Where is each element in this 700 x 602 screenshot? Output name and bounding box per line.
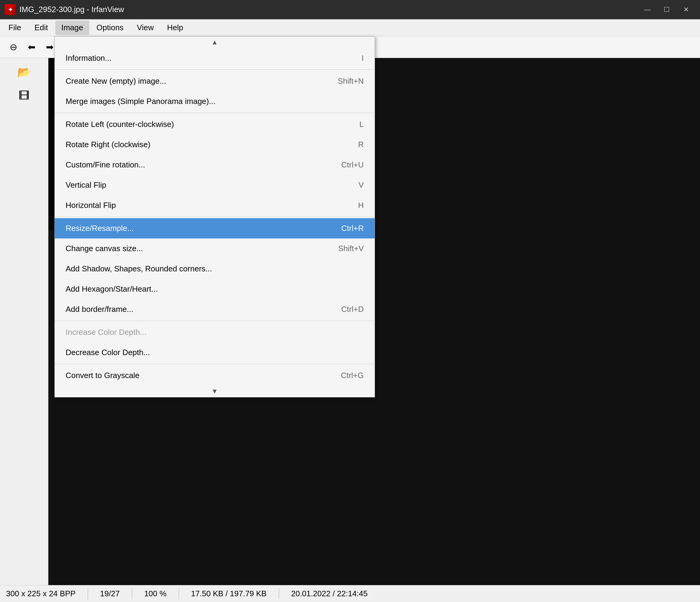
close-button[interactable]: ✕ [677, 3, 695, 16]
menu-item-change-canvas-shortcut: Shift+V [338, 244, 364, 253]
menu-item-change-canvas-label: Change canvas size... [66, 244, 143, 253]
menu-item-create-new[interactable]: Create New (empty) image... Shift+N [55, 71, 375, 91]
menu-item-vertical-flip[interactable]: Vertical Flip V [55, 175, 375, 195]
separator-2 [55, 113, 375, 113]
menu-item-increase-color-label: Increase Color Depth... [66, 328, 146, 337]
menu-item-decrease-color-depth[interactable]: Decrease Color Depth... [55, 342, 375, 363]
separator-4 [55, 321, 375, 321]
menu-item-horizontal-flip-shortcut: H [358, 201, 364, 210]
menu-item-create-new-label: Create New (empty) image... [66, 76, 166, 86]
menu-item-merge-label: Merge images (Simple Panorama image)... [66, 97, 216, 106]
menu-item-increase-color-depth: Increase Color Depth... [55, 322, 375, 342]
menu-item-horizontal-flip-label: Horizontal Flip [66, 201, 116, 210]
menu-item-rotate-right-shortcut: R [358, 140, 364, 149]
menu-item-custom-rotation[interactable]: Custom/Fine rotation... Ctrl+U [55, 155, 375, 175]
minimize-button[interactable]: — [638, 3, 656, 16]
menu-item-rotate-right-label: Rotate Right (clockwise) [66, 140, 150, 149]
menu-item-create-new-shortcut: Shift+N [338, 76, 364, 86]
status-sep-4 [279, 588, 279, 599]
menu-item-add-border-label: Add border/frame... [66, 305, 133, 314]
menu-item-add-shadow[interactable]: Add Shadow, Shapes, Rounded corners... [55, 259, 375, 279]
sidebar: 📂 🎞 [0, 58, 48, 585]
status-position: 19/27 [100, 589, 120, 598]
app-icon: ✦ [5, 4, 16, 15]
title-bar-left: ✦ IMG_2952-300.jpg - IrfanView [5, 4, 124, 15]
menu-item-convert-grayscale-label: Convert to Grayscale [66, 371, 140, 380]
menu-item-resize-shortcut: Ctrl+R [341, 224, 364, 233]
title-bar: ✦ IMG_2952-300.jpg - IrfanView — ☐ ✕ [0, 0, 700, 19]
menu-item-rotate-left-shortcut: L [359, 120, 364, 129]
menu-item-horizontal-flip[interactable]: Horizontal Flip H [55, 195, 375, 215]
menu-item-add-hexagon-label: Add Hexagon/Star/Heart... [66, 284, 158, 294]
menu-item-decrease-color-label: Decrease Color Depth... [66, 348, 150, 357]
menu-view[interactable]: View [131, 21, 160, 35]
menu-options[interactable]: Options [91, 21, 130, 35]
menu-item-add-border-shortcut: Ctrl+D [341, 305, 364, 314]
prev-button[interactable]: ⬅ [23, 39, 40, 55]
window-title: IMG_2952-300.jpg - IrfanView [19, 5, 124, 14]
menu-item-convert-grayscale[interactable]: Convert to Grayscale Ctrl+G [55, 365, 375, 386]
menu-item-vertical-flip-shortcut: V [359, 180, 364, 190]
separator-3 [55, 217, 375, 217]
menu-item-rotate-left-label: Rotate Left (counter-clockwise) [66, 120, 174, 129]
menu-item-resize-resample[interactable]: Resize/Resample... Ctrl+R [55, 218, 375, 238]
menu-item-change-canvas[interactable]: Change canvas size... Shift+V [55, 238, 375, 259]
status-filesize: 17.50 KB / 197.79 KB [191, 589, 267, 598]
menu-item-information[interactable]: Information... I [55, 48, 375, 68]
menu-item-rotate-right[interactable]: Rotate Right (clockwise) R [55, 134, 375, 155]
status-sep-3 [179, 588, 179, 599]
scroll-down-button[interactable]: ▼ [55, 386, 375, 397]
menu-file[interactable]: File [2, 21, 27, 35]
menu-image[interactable]: Image [55, 21, 89, 35]
menu-item-add-border[interactable]: Add border/frame... Ctrl+D [55, 299, 375, 319]
menu-item-information-shortcut: I [361, 53, 364, 63]
status-datetime: 20.01.2022 / 22:14:45 [291, 589, 368, 598]
menu-item-rotate-left[interactable]: Rotate Left (counter-clockwise) L [55, 114, 375, 134]
menu-item-resize-label: Resize/Resample... [66, 224, 134, 233]
maximize-button[interactable]: ☐ [658, 3, 676, 16]
status-bar: 300 x 225 x 24 BPP 19/27 100 % 17.50 KB … [0, 585, 700, 602]
sidebar-film-icon[interactable]: 🎞 [12, 85, 36, 106]
menu-item-merge[interactable]: Merge images (Simple Panorama image)... [55, 91, 375, 111]
zoom-out-button[interactable]: ⊖ [5, 39, 22, 55]
menu-item-custom-rotation-shortcut: Ctrl+U [341, 160, 364, 169]
menu-item-add-shadow-label: Add Shadow, Shapes, Rounded corners... [66, 264, 212, 273]
separator-5 [55, 364, 375, 364]
menu-item-information-label: Information... [66, 53, 111, 63]
menu-item-convert-grayscale-shortcut: Ctrl+G [341, 371, 364, 380]
menu-bar: File Edit Image Options View Help [0, 19, 700, 36]
menu-item-add-hexagon[interactable]: Add Hexagon/Star/Heart... [55, 279, 375, 299]
status-zoom: 100 % [144, 589, 167, 598]
status-sep-2 [132, 588, 132, 599]
image-dropdown-menu: ▲ Information... I Create New (empty) im… [54, 36, 375, 397]
menu-item-vertical-flip-label: Vertical Flip [66, 180, 106, 190]
separator-1 [55, 70, 375, 70]
status-dimensions: 300 x 225 x 24 BPP [6, 589, 76, 598]
sidebar-open-icon[interactable]: 📂 [12, 62, 36, 83]
menu-edit[interactable]: Edit [28, 21, 54, 35]
menu-item-custom-rotation-label: Custom/Fine rotation... [66, 160, 145, 169]
window-controls: — ☐ ✕ [638, 3, 695, 16]
scroll-up-button[interactable]: ▲ [55, 36, 375, 48]
menu-help[interactable]: Help [161, 21, 189, 35]
